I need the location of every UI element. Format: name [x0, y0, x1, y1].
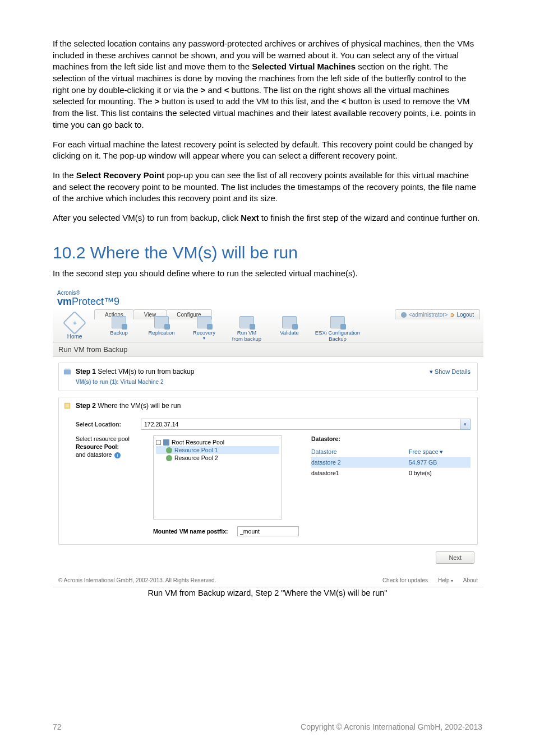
toolbar-replication[interactable]: Replication	[140, 316, 183, 342]
paragraph-3: In the Select Recovery Point pop-up you …	[53, 170, 482, 205]
page-number: 72	[53, 722, 62, 731]
select-location-label: Select Location:	[76, 421, 141, 428]
svg-rect-3	[66, 404, 70, 408]
screenshot-footer: © Acronis International GmbH, 2002-2013.…	[53, 573, 483, 587]
paragraph-4: After you selected VM(s) to run from bac…	[53, 212, 482, 224]
datastore-row[interactable]: datastore1 0 byte(s)	[311, 467, 471, 478]
resource-pool-tree[interactable]: -Root Resource Pool Resource Pool 1 Reso…	[153, 435, 282, 520]
select-location-input[interactable]	[141, 419, 460, 430]
footer-copyright: Copyright © Acronis International GmbH, …	[301, 722, 482, 731]
logout-icon: ➲	[450, 312, 454, 318]
logout-link[interactable]: Logout	[456, 312, 474, 318]
info-icon[interactable]: i	[114, 452, 121, 458]
svg-rect-1	[65, 369, 70, 370]
step2-title: Step 2 Where the VM(s) will be run	[76, 402, 181, 410]
resource-pool-label: Select resource pool Resource Pool: and …	[76, 435, 141, 536]
svg-rect-0	[64, 370, 71, 375]
step2-panel: Step 2 Where the VM(s) will be run Selec…	[58, 397, 478, 545]
tree-toggle-icon[interactable]: -	[156, 440, 161, 445]
disk-icon	[63, 368, 71, 375]
user-bar[interactable]: <administrator> ➲ Logout	[395, 309, 480, 319]
step1-panel: Step 1 Select VM(s) to run from backup S…	[58, 363, 478, 391]
step1-title: Step 1 Select VM(s) to run from backup	[76, 368, 194, 375]
user-label: <administrator>	[409, 312, 448, 318]
toolbar-recovery[interactable]: Recovery▾	[183, 316, 225, 342]
next-button[interactable]: Next	[436, 551, 474, 564]
show-details-link[interactable]: Show Details	[430, 368, 471, 375]
about-link[interactable]: About	[463, 577, 478, 583]
footer-copyright: © Acronis International GmbH, 2002-2013.…	[58, 577, 216, 583]
paragraph-2: For each virtual machine the latest reco…	[53, 139, 482, 162]
brand: Acronis® vmProtect™9	[57, 290, 119, 308]
location-dropdown-button[interactable]: ▾	[460, 419, 471, 430]
home-button[interactable]: ◈ Home	[56, 313, 93, 342]
tree-item-rp1[interactable]: Resource Pool 1	[156, 446, 279, 454]
datastore-header[interactable]: Datastore Free space ▾	[311, 447, 471, 457]
pool-icon	[166, 455, 172, 461]
user-icon	[401, 312, 407, 318]
datastore-row[interactable]: datastore 2 54.977 GB	[311, 457, 471, 467]
mount-postfix-input[interactable]	[237, 526, 299, 536]
figure-caption: Run VM from Backup wizard, Step 2 "Where…	[53, 588, 482, 597]
toolbar: Actions View Configure <administrator> ➲…	[53, 310, 483, 342]
host-icon	[63, 402, 71, 410]
embedded-screenshot: Acronis® vmProtect™9 Actions View Config…	[53, 287, 483, 587]
step1-subline: VM(s) to run (1): Virtual Machine 2	[59, 379, 477, 391]
host-tree-icon	[163, 439, 169, 446]
toolbar-backup[interactable]: Backup	[98, 316, 140, 342]
toolbar-runvm[interactable]: Run VM from backup	[225, 316, 268, 342]
page-title: Run VM from Backup	[53, 342, 483, 357]
toolbar-validate[interactable]: Validate	[268, 316, 311, 342]
mount-postfix-label: Mounted VM name postfix:	[153, 528, 237, 535]
page-footer: 72 Copyright © Acronis International Gmb…	[53, 722, 482, 731]
datastore-title: Datastore:	[311, 435, 471, 442]
check-updates-link[interactable]: Check for updates	[382, 577, 428, 583]
toolbar-esxi[interactable]: ESXi Configuration Backup	[311, 316, 365, 342]
help-menu[interactable]: Help	[438, 577, 453, 583]
section-heading: 10.2 Where the VM(s) will be run	[53, 243, 482, 262]
section-intro: In the second step you should define whe…	[53, 268, 482, 280]
paragraph-1: If the selected location contains any pa…	[53, 38, 482, 131]
tree-item-rp2[interactable]: Resource Pool 2	[156, 454, 279, 462]
pool-icon	[166, 447, 172, 453]
